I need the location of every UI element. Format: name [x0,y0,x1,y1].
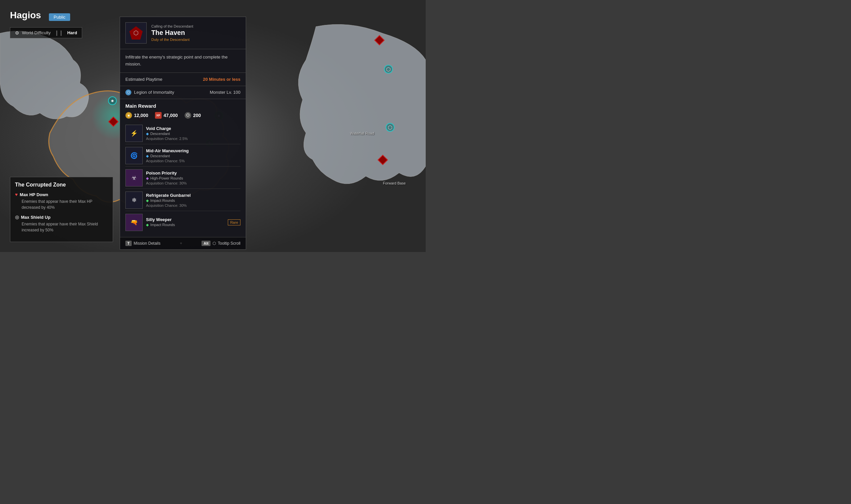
right-marker-2[interactable]: ⬡ [384,65,393,73]
reward-type-text-2: High-Power Rounds [150,176,183,180]
shield-up-icon: ◎ [15,214,19,220]
reward-chance-2: Acquisition Chance: 30% [146,181,241,185]
mission-category: Calling of the Descendant [151,24,241,28]
reward-type-text-0: Descendant [150,132,170,136]
reward-type-icon-0: ◆ [146,132,149,136]
monster-level: Monster Lv. 100 [210,90,241,95]
shield-up-label: Max Shield Up [21,215,51,220]
mission-name: The Haven [151,29,241,37]
reward-item-0: ⚡ Void Charge ◆ Descendant Acquisition C… [125,123,241,144]
shield-up-desc: Enemies that appear have their Max Shiel… [15,221,108,233]
reward-type-1: ◆ Descendant [146,154,241,158]
mission-header: Calling of the Descendant The Haven Duty… [120,17,246,49]
reward-info-3: Refrigerate Gunbarrel ◆ Impact Rounds Ac… [146,193,241,208]
reward-thumb-0: ⚡ [125,125,143,142]
marker-green-2[interactable]: ● [108,96,117,105]
reward-type-icon-4: ◆ [146,223,149,227]
xp-icon: XP [155,112,162,119]
right-teal-marker: ⬡ [384,65,393,73]
reward-list: ⚡ Void Charge ◆ Descendant Acquisition C… [125,123,241,233]
reward-name-4: Silly Weeper [146,217,225,222]
zone-effect-shield: ◎ Max Shield Up Enemies that appear have… [15,214,108,233]
reward-rarity-4: Rare [228,219,241,226]
faction-row: ⬡ Legion of Immortality Monster Lv. 100 [120,86,246,99]
faction-icon: ⬡ [125,89,131,95]
xp-value: 47,000 [164,113,178,118]
reward-type-icon-1: ◆ [146,154,149,158]
mission-description: Infiltrate the enemy's strategic point a… [120,49,246,73]
faction-name-group: ⬡ Legion of Immortality [125,89,174,95]
reward-type-4: ◆ Impact Rounds [146,223,225,227]
gold-value: 12,000 [134,113,148,118]
reward-type-2: ◆ High-Power Rounds [146,176,241,181]
right-marker-3[interactable]: ⬡ [386,123,394,132]
gold-icon: ● [125,112,132,119]
faction-label: Legion of Immortality [134,90,174,95]
reward-chance-0: Acquisition Chance: 2.5% [146,137,241,141]
reward-name-3: Refrigerate Gunbarrel [146,193,241,198]
reward-chance-1: Acquisition Chance: 5% [146,159,241,163]
reward-item-1: 🌀 Mid-Air Maneuvering ◆ Descendant Acqui… [125,145,241,166]
reward-info-2: Poison Priority ◆ High-Power Rounds Acqu… [146,170,241,185]
mission-popup: Calling of the Descendant The Haven Duty… [120,17,246,250]
hp-down-icon: ♥ [15,192,18,197]
mission-details-btn[interactable]: T Mission Details [125,241,160,246]
reward-item-3: ❄ Refrigerate Gunbarrel ◆ Impact Rounds … [125,190,241,211]
playtime-value: 20 Minutes or less [203,77,241,82]
reward-info-0: Void Charge ◆ Descendant Acquisition Cha… [146,126,241,141]
teal-circle-marker: ● [108,96,117,105]
tooltip-scroll-icon: ⬡ [213,241,216,246]
main-reward-title: Main Reward [125,103,241,109]
mission-details-key: T [125,241,132,246]
reward-type-3: ◆ Impact Rounds [146,198,241,203]
reward-chance-3: Acquisition Chance: 30% [146,203,241,208]
mission-subtitle: Duty of the Descendant [151,38,241,41]
currency-gold: ● 12,000 [125,112,148,119]
reward-name-2: Poison Priority [146,170,241,176]
mission-icon-inner [129,26,143,39]
right-red-marker [374,35,385,45]
visibility-button[interactable]: Public [49,13,70,21]
footer-divider: + [180,241,182,246]
reward-thumb-2: ☣ [125,169,143,186]
shield-currency-icon: ⬡ [184,112,191,119]
main-reward-section: Main Reward ● 12,000 XP 47,000 ⬡ 200 ⚡ V… [120,99,246,237]
zone-panel: The Corrupted Zone ♥ Max HP Down Enemies… [10,177,113,242]
red-diamond-marker-3 [108,116,118,127]
reward-thumb-3: ❄ [125,192,143,209]
mission-icon [125,22,147,43]
reward-type-text-3: Impact Rounds [150,198,175,202]
hp-down-label: Max HP Down [20,192,48,197]
reward-type-text-1: Descendant [150,154,170,158]
reward-name-1: Mid-Air Maneuvering [146,148,241,153]
mission-title-group: Calling of the Descendant The Haven Duty… [151,24,241,41]
alt-key: Alt [201,241,211,246]
shield-value: 200 [193,113,201,118]
mission-details-label: Mission Details [134,241,161,246]
zone-effect-hp: ♥ Max HP Down Enemies that appear have t… [15,192,108,211]
currency-xp: XP 47,000 [155,112,178,119]
difficulty-label: World Difficulty [22,30,51,35]
right-marker-1[interactable] [376,37,383,44]
tooltip-scroll-btn[interactable]: Alt ⬡ Tooltip Scroll [201,241,241,246]
currency-shield: ⬡ 200 [184,112,201,119]
tooltip-scroll-label: Tooltip Scroll [218,241,241,246]
reward-type-0: ◆ Descendant [146,132,241,136]
reward-type-icon-2: ◆ [146,176,149,181]
server-name: Hagios [10,10,41,21]
reward-thumb-1: 🌀 [125,147,143,164]
playtime-row: Estimated Playtime 20 Minutes or less [120,73,246,86]
right-red-marker-2 [377,155,388,165]
world-difficulty-panel: ⚙ World Difficulty ❙❙ Hard [10,27,82,38]
mission-footer: T Mission Details + Alt ⬡ Tooltip Scroll [120,237,246,249]
difficulty-value: Hard [67,30,77,35]
difficulty-separator: ❙❙ [55,30,63,36]
marker-3[interactable] [110,118,117,125]
right-marker-4[interactable] [379,156,386,164]
top-left-panel: Hagios Public ⚙ World Difficulty ❙❙ Hard [10,10,82,38]
reward-info-1: Mid-Air Maneuvering ◆ Descendant Acquisi… [146,148,241,163]
hp-down-desc: Enemies that appear have their Max HP de… [15,198,108,211]
currency-row: ● 12,000 XP 47,000 ⬡ 200 [125,112,241,119]
difficulty-icon: ⚙ [15,30,19,36]
reward-item-2: ☣ Poison Priority ◆ High-Power Rounds Ac… [125,167,241,189]
